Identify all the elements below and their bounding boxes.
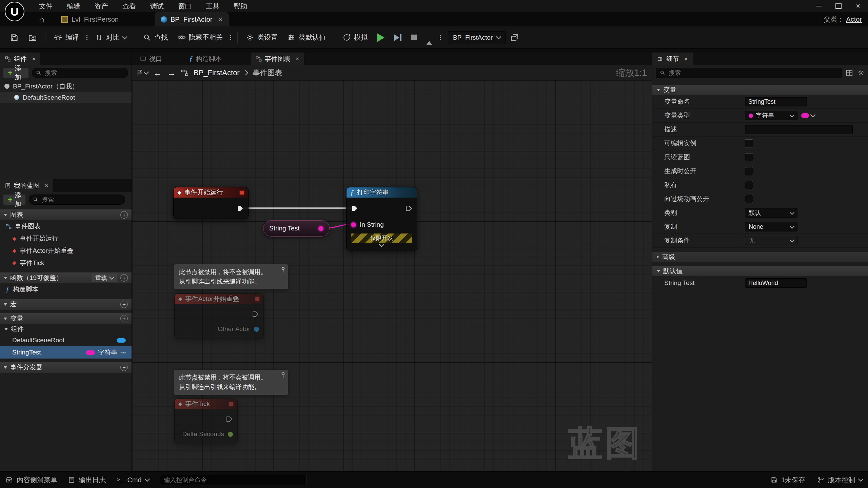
component-row-root[interactable]: BP_FirstActor（自我） xyxy=(0,81,132,92)
add-graph-button[interactable]: + xyxy=(120,211,128,219)
class-settings-button[interactable]: 类设置 xyxy=(241,30,282,45)
my-blueprint-search[interactable] xyxy=(29,195,125,205)
default-value-section-header[interactable]: 默认值 xyxy=(652,266,868,276)
node-event-tick[interactable]: ◆ 事件Tick Delta Seconds xyxy=(174,399,238,444)
details-search-input[interactable] xyxy=(668,69,837,77)
node-print-string[interactable]: ƒ 打印字符串 In String 仅限开发 xyxy=(346,187,417,250)
pin-icon[interactable] xyxy=(281,372,285,378)
event-tick-row[interactable]: ◆ 事件Tick xyxy=(0,257,132,269)
functions-section-header[interactable]: 函数（19可覆盖） 重载 + xyxy=(0,272,132,283)
close-icon[interactable]: × xyxy=(45,182,48,189)
close-icon[interactable]: × xyxy=(296,56,299,62)
close-icon[interactable]: × xyxy=(32,56,36,62)
container-type-button[interactable] xyxy=(801,113,815,118)
description-input[interactable] xyxy=(745,125,853,134)
forward-button[interactable]: → xyxy=(167,68,176,77)
tab-components[interactable]: 组件 × xyxy=(0,53,40,65)
instance-editable-checkbox[interactable] xyxy=(745,139,753,147)
tab-bp-firstactor[interactable]: BP_FirstActor × xyxy=(155,12,229,26)
node-event-actorbeginoverlap[interactable]: ◆ 事件Actor开始重叠 Other Actor xyxy=(174,293,264,339)
minimize-button[interactable] xyxy=(809,0,829,12)
tab-level[interactable]: Lvl_FirstPerson xyxy=(55,12,125,26)
diff-button[interactable]: 对比 xyxy=(91,30,131,45)
add-macro-button[interactable]: + xyxy=(120,301,128,308)
save-button[interactable] xyxy=(5,30,23,45)
components-search[interactable] xyxy=(32,68,128,78)
details-search[interactable] xyxy=(656,68,842,78)
object-pin-out[interactable] xyxy=(254,327,259,332)
frame-skip-button[interactable] xyxy=(390,30,406,45)
menu-file[interactable]: 文件 xyxy=(32,0,60,12)
exec-pin-out[interactable] xyxy=(252,310,259,318)
simulate-button[interactable]: 模拟 xyxy=(338,30,372,45)
variable-section-header[interactable]: 变量 xyxy=(652,85,868,95)
construction-script-row[interactable]: ƒ 构造脚本 xyxy=(0,283,132,296)
tab-event-graph[interactable]: 事件图表 × xyxy=(251,53,304,65)
exec-pin-out[interactable] xyxy=(225,415,233,423)
add-blueprint-item-button[interactable]: + 添加 xyxy=(3,195,25,205)
event-graph-row[interactable]: 事件图表 xyxy=(0,220,132,232)
private-checkbox[interactable] xyxy=(745,181,753,189)
category-dropdown[interactable]: 默认 xyxy=(745,208,797,218)
advanced-section-header[interactable]: 高级 xyxy=(652,252,868,262)
my-blueprint-search-input[interactable] xyxy=(41,196,121,204)
variable-type-dropdown[interactable]: 字符串 xyxy=(745,111,797,120)
variables-section-header[interactable]: 变量 + xyxy=(0,313,132,324)
pin-icon[interactable] xyxy=(281,267,285,273)
eject-button[interactable] xyxy=(422,30,437,45)
replication-dropdown[interactable]: None xyxy=(745,222,797,231)
close-icon[interactable]: × xyxy=(218,16,222,23)
string-pin-in[interactable] xyxy=(351,222,356,227)
compile-options-button[interactable] xyxy=(84,30,90,45)
component-row-scene-root[interactable]: DefaultSceneRoot xyxy=(0,92,132,103)
expose-on-spawn-checkbox[interactable] xyxy=(745,167,753,175)
find-button[interactable]: 查找 xyxy=(139,30,172,45)
breadcrumb-current[interactable]: 事件图表 xyxy=(253,68,282,78)
graphs-section-header[interactable]: 图表 + xyxy=(0,209,132,220)
menu-edit[interactable]: 编辑 xyxy=(60,0,87,12)
content-drawer-button[interactable]: 内容侧滑菜单 xyxy=(5,475,57,485)
gear-icon[interactable] xyxy=(857,69,865,77)
add-function-button[interactable]: + xyxy=(120,274,128,282)
node-get-stringtest[interactable]: String Test xyxy=(263,220,330,237)
breadcrumb-root[interactable]: BP_FirstActor xyxy=(194,68,240,77)
close-window-button[interactable]: × xyxy=(848,0,868,12)
menu-tools[interactable]: 工具 xyxy=(199,0,226,12)
menu-window[interactable]: 窗口 xyxy=(171,0,199,12)
browse-asset-button[interactable] xyxy=(24,30,41,45)
output-log-button[interactable]: 输出日志 xyxy=(68,475,106,485)
blueprint-readonly-checkbox[interactable] xyxy=(745,153,753,161)
menu-help[interactable]: 帮助 xyxy=(226,0,254,12)
variable-name-input[interactable] xyxy=(745,97,807,106)
add-component-button[interactable]: + 添加 xyxy=(3,68,28,78)
console-command-input[interactable] xyxy=(160,475,307,485)
expose-to-cinematics-checkbox[interactable] xyxy=(745,195,753,203)
components-category-row[interactable]: 组件 xyxy=(0,324,132,334)
debug-object-dropdown[interactable]: BP_FirstActor xyxy=(448,31,506,44)
cmd-dropdown[interactable]: >_ Cmd xyxy=(117,476,149,484)
tab-my-blueprint[interactable]: 我的蓝图 × xyxy=(0,179,53,192)
home-button[interactable]: ⌂ xyxy=(34,12,50,26)
string-pin-out[interactable] xyxy=(318,226,323,231)
play-button[interactable] xyxy=(373,30,389,45)
node-event-beginplay[interactable]: ◆ 事件开始运行 xyxy=(173,187,249,219)
compile-button[interactable]: 编译 xyxy=(49,30,83,45)
exec-pin-in[interactable] xyxy=(351,205,358,212)
bookmarks-button[interactable] xyxy=(137,69,148,76)
exec-pin-out[interactable] xyxy=(236,205,244,212)
default-string-input[interactable] xyxy=(745,278,807,288)
add-dispatcher-button[interactable]: + xyxy=(120,364,128,371)
macros-section-header[interactable]: 宏 + xyxy=(0,299,132,310)
variable-row-stringtest[interactable]: StringTest 字符串 xyxy=(0,346,132,359)
variable-row-scene-root[interactable]: DefaultSceneRoot xyxy=(0,334,132,346)
debug-object-browse-button[interactable] xyxy=(506,30,523,45)
stop-button[interactable] xyxy=(407,30,421,45)
components-search-input[interactable] xyxy=(44,69,124,77)
unreal-logo-icon[interactable]: U xyxy=(5,2,24,21)
event-overlap-row[interactable]: ◆ 事件Actor开始重叠 xyxy=(0,245,132,257)
hide-unrelated-button[interactable]: 隐藏不相关 xyxy=(173,30,227,45)
event-beginplay-row[interactable]: ◆ 事件开始运行 xyxy=(0,232,132,245)
class-defaults-button[interactable]: 类默认值 xyxy=(283,30,330,45)
parent-class-link[interactable]: Actor xyxy=(846,16,862,23)
unsaved-button[interactable]: 1未保存 xyxy=(771,475,805,485)
